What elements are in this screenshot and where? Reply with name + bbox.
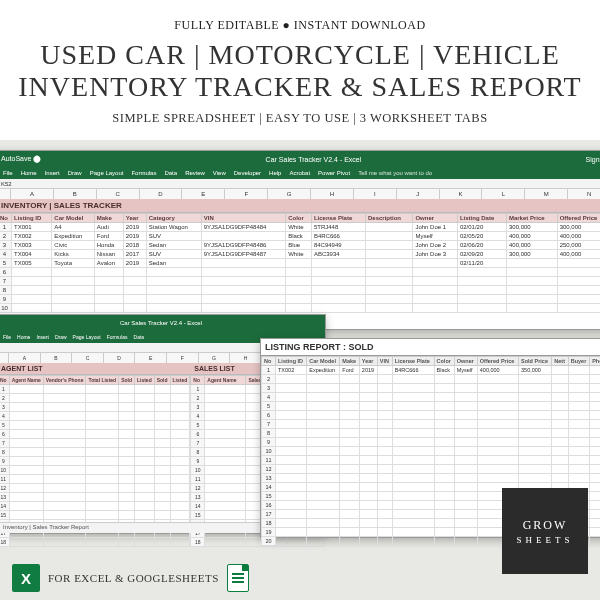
table-row[interactable]: 14 — [0, 502, 190, 511]
table-row[interactable]: 9 — [262, 438, 601, 447]
col-header[interactable]: Listing Date — [457, 214, 506, 223]
file-title: Car Sales Tracker V2.4 - Excel — [1, 320, 321, 326]
ribbon-tab[interactable]: Draw — [68, 170, 82, 176]
col-header[interactable]: Owner — [413, 214, 458, 223]
table-row[interactable]: 3TX003CivicHonda2018Sedan9YJSA1DG9DFP484… — [0, 241, 600, 250]
table-row[interactable]: 8 — [262, 429, 601, 438]
inventory-table[interactable]: NoListing IDCar ModelMakeYearCategoryVIN… — [0, 213, 600, 313]
table-row[interactable]: 1 — [0, 385, 190, 394]
col-header[interactable]: No — [0, 214, 12, 223]
title-bar: AutoSave ⬤ Car Sales Tracker V2.4 - Exce… — [0, 151, 600, 167]
table-row[interactable]: 6 — [262, 411, 601, 420]
table-row[interactable]: 1TX002ExpeditionFord2019B4RC666BlackMyse… — [262, 366, 601, 375]
googlesheets-icon — [227, 564, 249, 592]
ribbon-tab[interactable]: Power Pivot — [318, 170, 350, 176]
formula-bar[interactable]: K52 — [0, 179, 600, 189]
footer-text: FOR EXCEL & GOOGLESHEETS — [48, 572, 219, 584]
ribbon-tab[interactable]: Help — [269, 170, 281, 176]
col-header[interactable]: Year — [123, 214, 146, 223]
excel-window-inventory: AutoSave ⬤ Car Sales Tracker V2.4 - Exce… — [0, 150, 600, 330]
section-header-inventory: INVENTORY | SALES TRACKER — [0, 199, 600, 213]
ribbon-tabs: File Home Insert Draw Page Layout Formul… — [0, 167, 600, 179]
table-row[interactable]: 12 — [0, 484, 190, 493]
table-row[interactable]: 1TX001A4Audi2019Station Wagon9YJSA1DG9DF… — [0, 223, 600, 232]
table-row[interactable]: 9 — [0, 295, 600, 304]
col-header[interactable]: Offered Price — [557, 214, 600, 223]
table-row[interactable]: 4 — [262, 393, 601, 402]
promo-header: FULLY EDITABLE ● INSTANT DOWNLOAD USED C… — [0, 0, 600, 140]
ribbon-tab[interactable]: Formulas — [131, 170, 156, 176]
table-row[interactable]: 10 — [262, 447, 601, 456]
table-row[interactable]: 2 — [0, 394, 190, 403]
table-row[interactable]: 7 — [0, 439, 190, 448]
table-row[interactable]: 7 — [262, 420, 601, 429]
column-headers: ABCDEFGHIJKLMN — [0, 189, 600, 199]
col-header[interactable]: Description — [366, 214, 413, 223]
excel-icon: X — [12, 564, 40, 592]
table-row[interactable]: 9 — [0, 457, 190, 466]
col-header[interactable]: Color — [286, 214, 312, 223]
col-header[interactable]: Market Price — [506, 214, 557, 223]
table-row[interactable]: 5 — [0, 421, 190, 430]
title-line-2: INVENTORY TRACKER & SALES REPORT — [0, 71, 600, 103]
table-row[interactable]: 11 — [0, 475, 190, 484]
table-row[interactable]: 18 — [0, 538, 190, 547]
col-header[interactable]: Category — [146, 214, 201, 223]
brand-line1: GROW — [523, 518, 568, 533]
ribbon-tab[interactable]: View — [213, 170, 226, 176]
table-row[interactable]: 11 — [262, 456, 601, 465]
table-row[interactable]: 10 — [0, 304, 600, 313]
table-row[interactable]: 4TX004KicksNissan2017SUV9YJSA1DG9DFP4848… — [0, 250, 600, 259]
ribbon-tab[interactable]: Acrobat — [289, 170, 310, 176]
table-row[interactable]: 3 — [262, 384, 601, 393]
file-title: Car Sales Tracker V2.4 - Excel — [41, 156, 585, 163]
tell-me[interactable]: Tell me what you want to do — [358, 170, 432, 176]
table-row[interactable]: 5 — [262, 402, 601, 411]
table-row[interactable]: 8 — [0, 286, 600, 295]
ribbon-tab[interactable]: Developer — [234, 170, 261, 176]
table-row[interactable]: 13 — [0, 493, 190, 502]
title-line-1: USED CAR | MOTORCYCLE | VEHICLE — [0, 39, 600, 71]
table-row[interactable]: 2TX002ExpeditionFord2019SUVBlackB4RC666M… — [0, 232, 600, 241]
tagline: FULLY EDITABLE ● INSTANT DOWNLOAD — [0, 18, 600, 33]
col-header[interactable]: Listing ID — [12, 214, 52, 223]
table-row[interactable]: 6 — [0, 268, 600, 277]
ribbon-tab[interactable]: Review — [185, 170, 205, 176]
col-header[interactable]: VIN — [201, 214, 285, 223]
table-row[interactable]: 6 — [0, 430, 190, 439]
col-header[interactable]: License Plate — [311, 214, 365, 223]
ribbon-tab[interactable]: Data — [164, 170, 177, 176]
brand-badge: GROW SHEETS — [502, 488, 588, 574]
col-header[interactable]: Make — [94, 214, 123, 223]
table-row[interactable]: 4 — [0, 412, 190, 421]
table-row[interactable]: 15 — [0, 511, 190, 520]
table-row[interactable]: 13 — [262, 474, 601, 483]
table-row[interactable]: 2 — [262, 375, 601, 384]
ribbon-tab[interactable]: Home — [21, 170, 37, 176]
col-header[interactable]: Car Model — [52, 214, 94, 223]
table-row[interactable]: 3 — [0, 403, 190, 412]
subtitle: SIMPLE SPREADSHEET | EASY TO USE | 3 WOR… — [0, 111, 600, 126]
section-header-agent: AGENT LIST — [0, 363, 190, 375]
ribbon-tab[interactable]: Page Layout — [90, 170, 124, 176]
table-row[interactable]: 7 — [0, 277, 600, 286]
table-row[interactable]: 8 — [0, 448, 190, 457]
section-header-report: LISTING REPORT : SOLD — [261, 339, 600, 356]
table-row[interactable]: 10 — [0, 466, 190, 475]
title-bar: Car Sales Tracker V2.4 - Excel — [0, 315, 325, 331]
brand-line2: SHEETS — [516, 535, 573, 545]
table-row[interactable]: 5TX005ToyotaAvalon2019Sedan02/11/20 — [0, 259, 600, 268]
ribbon-tab[interactable]: Insert — [45, 170, 60, 176]
autosave-toggle[interactable]: AutoSave ⬤ — [1, 155, 41, 163]
ribbon-tab[interactable]: File — [3, 170, 13, 176]
table-row[interactable]: 12 — [262, 465, 601, 474]
sign-in-button[interactable]: Sign in — [586, 156, 600, 163]
cell-ref-box[interactable]: K52 — [1, 181, 12, 187]
